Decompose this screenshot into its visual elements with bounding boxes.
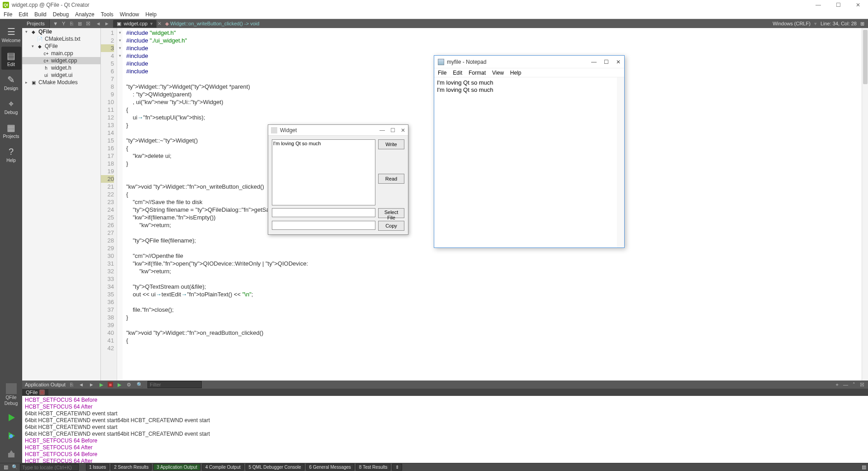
filter2-icon[interactable]: Y	[61, 21, 67, 27]
output-add-icon[interactable]: +	[835, 382, 840, 388]
notepad-menu-view[interactable]: View	[492, 70, 504, 76]
file-path-input[interactable]	[272, 208, 375, 217]
menu-analyze[interactable]: Analyze	[75, 11, 95, 18]
status-tab-application-output[interactable]: 3 Application Output	[153, 464, 200, 471]
status-more-icon[interactable]: ⇕	[392, 464, 402, 471]
notepad-minimize-icon[interactable]: —	[591, 59, 597, 65]
output-tab-close-icon[interactable]: ×	[39, 390, 45, 395]
dialog-icon	[271, 127, 277, 133]
link-icon[interactable]: ⎘	[69, 21, 75, 27]
notepad-menu-format[interactable]: Format	[469, 70, 486, 76]
write-button[interactable]: Write	[378, 139, 404, 149]
output-next-icon[interactable]: ►	[88, 382, 95, 387]
output-settings-icon[interactable]: ⚙	[126, 382, 132, 388]
status-tab-qml-debugger-console[interactable]: 5 QML Debugger Console	[246, 464, 304, 471]
toggle-left-icon[interactable]: ▥	[2, 464, 10, 470]
dialog-title: Widget	[280, 127, 297, 133]
textedit[interactable]: I'm loving Qt so much	[272, 139, 375, 205]
editor-tab[interactable]: ▣ widget.cpp ▾	[113, 20, 157, 28]
project-tree[interactable]: ▾◆QFile📄CMakeLists.txt▾◆QFilec+main.cppc…	[22, 28, 101, 381]
edit-icon: ▤	[5, 49, 18, 62]
filter-icon[interactable]: ▼	[52, 21, 59, 27]
tree-item[interactable]: c+main.cpp	[22, 50, 100, 57]
window-title: widget.cpp @ QFile - Qt Creator	[12, 2, 90, 8]
output-filter-input[interactable]	[147, 381, 202, 388]
notepad-scrollbar[interactable]	[617, 77, 624, 247]
maximize-icon[interactable]: ☐	[828, 0, 848, 10]
dialog-minimize-icon[interactable]: —	[379, 127, 385, 133]
menu-file[interactable]: File	[4, 11, 12, 18]
cursor-position[interactable]: Line: 34, Col: 28	[821, 21, 857, 26]
dialog-maximize-icon[interactable]: ☐	[390, 127, 395, 133]
dialog-close-icon[interactable]: ✕	[401, 127, 405, 133]
design-icon: ✎	[5, 73, 18, 86]
status-tab-test-results[interactable]: 8 Test Results	[356, 464, 391, 471]
output-run-icon[interactable]: ▶	[99, 382, 104, 388]
menu-edit[interactable]: Edit	[19, 11, 28, 18]
run-button[interactable]	[5, 411, 18, 424]
notepad-body[interactable]: I'm loving Qt so muchI'm loving Qt so mu…	[434, 77, 624, 247]
nav-back-icon[interactable]: ◄	[94, 21, 103, 26]
output-rerun-icon[interactable]: ▶	[117, 382, 122, 388]
mode-debug[interactable]: ⌖Debug	[1, 95, 21, 118]
select-file-button[interactable]: Select File	[378, 208, 404, 218]
notepad-menu-edit[interactable]: Edit	[453, 70, 462, 76]
copy-target-input[interactable]	[272, 221, 375, 230]
line-ending[interactable]: Windows (CRLF)	[773, 21, 811, 26]
projects-pane-label[interactable]: Projects	[22, 19, 50, 28]
notepad-maximize-icon[interactable]: ☐	[604, 59, 609, 65]
split-icon[interactable]: ⊞	[77, 21, 83, 27]
output-minus-icon[interactable]: —	[842, 382, 849, 388]
projects-icon: ▦	[5, 121, 18, 134]
notepad-menu-help[interactable]: Help	[510, 70, 522, 76]
locator-input[interactable]	[20, 464, 79, 471]
mode-projects[interactable]: ▦Projects	[1, 119, 21, 142]
status-tab-general-messages[interactable]: 6 General Messages	[306, 464, 354, 471]
breadcrumb[interactable]: ◆ Widget::on_writeButton_clicked() -> vo…	[162, 21, 262, 27]
read-button[interactable]: Read	[378, 174, 404, 184]
kit-selector[interactable]: QFileDebug	[5, 381, 18, 409]
copy-button[interactable]: Copy	[378, 221, 404, 231]
output-prev-icon[interactable]: ◄	[78, 382, 85, 387]
output-pane[interactable]: HCBT_SETFOCUS 64 Before HCBT_SETFOCUS 64…	[22, 396, 868, 463]
help-icon: ?	[5, 145, 18, 158]
tree-item[interactable]: ▸▣CMake Modules	[22, 79, 100, 86]
output-attach-icon[interactable]: ⎘	[69, 382, 74, 387]
mode-welcome[interactable]: ☰Welcome	[1, 23, 21, 46]
mode-design[interactable]: ✎Design	[1, 71, 21, 94]
menu-build[interactable]: Build	[34, 11, 47, 18]
tab-close-icon[interactable]: ✕	[157, 21, 162, 27]
nav-fwd-icon[interactable]: ►	[103, 21, 111, 26]
build-button[interactable]	[5, 447, 18, 460]
tree-item[interactable]: ▾◆QFile	[22, 43, 100, 50]
tree-item[interactable]: hwidget.h	[22, 64, 100, 71]
tree-item[interactable]: 📄CMakeLists.txt	[22, 35, 100, 43]
tree-item[interactable]: ▾◆QFile	[22, 28, 100, 35]
output-min-icon[interactable]: ˄	[852, 382, 856, 388]
debug-run-button[interactable]: ⬤	[5, 429, 18, 442]
notepad-menu-file[interactable]: File	[438, 70, 446, 76]
output-tab[interactable]: QFile ×	[22, 389, 48, 395]
menu-tools[interactable]: Tools	[101, 11, 114, 18]
mode-help[interactable]: ?Help	[1, 143, 21, 166]
menu-help[interactable]: Help	[146, 11, 157, 18]
close-sidebar-icon[interactable]: ☒	[85, 21, 91, 27]
status-tab-compile-output[interactable]: 4 Compile Output	[202, 464, 244, 471]
split-h-icon[interactable]: ⊞	[860, 21, 864, 27]
menu-debug[interactable]: Debug	[53, 11, 69, 18]
toggle-right-icon[interactable]: ▥	[862, 464, 866, 470]
close-icon[interactable]: ✕	[848, 0, 868, 10]
output-stop-icon[interactable]: ■	[108, 382, 114, 387]
menu-window[interactable]: Window	[120, 11, 139, 18]
editor-scrollbar[interactable]	[862, 28, 868, 381]
debug-icon: ⌖	[5, 97, 18, 110]
minimize-icon[interactable]: —	[808, 0, 828, 10]
mode-edit[interactable]: ▤Edit	[1, 47, 21, 70]
tree-item[interactable]: uiwidget.ui	[22, 71, 100, 79]
output-close-icon[interactable]: ☒	[859, 382, 865, 388]
status-tab-issues[interactable]: 1 Issues	[86, 464, 109, 471]
app-icon: Qt	[3, 2, 9, 8]
status-tab-search-results[interactable]: 2 Search Results	[111, 464, 152, 471]
tree-item[interactable]: c+widget.cpp	[22, 57, 100, 64]
notepad-close-icon[interactable]: ✕	[616, 59, 621, 65]
